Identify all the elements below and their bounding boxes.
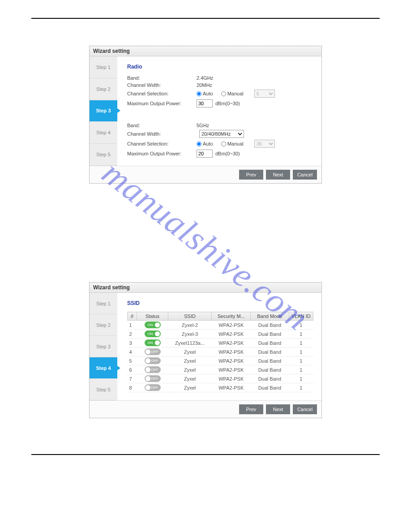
- cell-index: 8: [128, 383, 137, 392]
- radio-auto[interactable]: Auto: [197, 91, 213, 96]
- label-band: Band:: [127, 75, 197, 81]
- cell-ssid: Zyxel-3: [168, 330, 212, 339]
- cell-bandmode: Dual Band: [251, 339, 289, 348]
- cell-vlan: 1: [289, 365, 313, 374]
- prev-button-ssid[interactable]: Prev: [239, 404, 263, 414]
- cancel-button[interactable]: Cancel: [293, 170, 317, 180]
- cell-status: ON: [137, 330, 168, 339]
- table-header: Band Mode: [251, 312, 289, 321]
- section-heading-ssid: SSID: [127, 300, 313, 306]
- table-row[interactable]: 2ONZyxel-3WPA2-PSKDual Band1: [128, 330, 313, 339]
- panel-title-ssid: Wizard setting: [90, 283, 321, 293]
- cell-ssid: Zyxel: [168, 365, 212, 374]
- table-row[interactable]: 8OFFZyxelWPA2-PSKDual Band1: [128, 383, 313, 392]
- wizard-panel-ssid: Wizard setting Step 1Step 2Step 3Step 4S…: [89, 282, 322, 418]
- label-max-output-power-5g: Maximum Output Power:: [127, 151, 197, 156]
- max-output-power-input[interactable]: [197, 99, 213, 107]
- wizard-step[interactable]: Step 2: [90, 314, 117, 336]
- wizard-step[interactable]: Step 5: [90, 379, 117, 400]
- cell-security: WPA2-PSK: [212, 348, 251, 356]
- cell-bandmode: Dual Band: [251, 348, 289, 356]
- radio-manual-5g-label: Manual: [227, 141, 244, 146]
- table-row[interactable]: 1ONZyxel-2WPA2-PSKDual Band1: [128, 321, 313, 330]
- cell-bandmode: Dual Band: [251, 374, 289, 383]
- next-button-ssid[interactable]: Next: [266, 404, 290, 414]
- radio-auto-5g-input[interactable]: [197, 142, 201, 146]
- cell-bandmode: Dual Band: [251, 383, 289, 392]
- cell-ssid: Zyxel-2: [168, 321, 212, 330]
- cell-vlan: 1: [289, 356, 313, 365]
- max-output-power-5g-input[interactable]: [197, 150, 213, 158]
- table-row[interactable]: 7OFFZyxelWPA2-PSKDual Band1: [128, 374, 313, 383]
- table-row[interactable]: 6OFFZyxelWPA2-PSKDual Band1: [128, 365, 313, 374]
- power-unit-5g: dBm(0~30): [215, 151, 240, 156]
- power-unit: dBm(0~30): [215, 101, 240, 106]
- wizard-step[interactable]: Step 5: [90, 144, 117, 166]
- radio-manual-5g[interactable]: Manual: [221, 141, 244, 146]
- table-row[interactable]: 4OFFZyxelWPA2-PSKDual Band1: [128, 348, 313, 356]
- wizard-step[interactable]: Step 3: [90, 336, 117, 357]
- status-toggle[interactable]: OFF: [145, 357, 161, 364]
- cell-security: WPA2-PSK: [212, 330, 251, 339]
- cell-security: WPA2-PSK: [212, 365, 251, 374]
- cell-ssid: Zyxel1123a...: [168, 339, 212, 348]
- wizard-step[interactable]: Step 3: [90, 100, 117, 122]
- table-row[interactable]: 3ONZyxel1123a...WPA2-PSKDual Band1: [128, 339, 313, 348]
- label-channel-selection: Channel Selection:: [127, 91, 197, 96]
- wizard-step[interactable]: Step 1: [90, 56, 117, 78]
- wizard-step[interactable]: Step 4: [90, 122, 117, 144]
- cell-vlan: 1: [289, 330, 313, 339]
- value-band: 2.4GHz: [197, 75, 213, 81]
- table-header: SSID: [168, 312, 212, 321]
- cell-security: WPA2-PSK: [212, 339, 251, 348]
- cell-index: 5: [128, 356, 137, 365]
- cell-ssid: Zyxel: [168, 356, 212, 365]
- status-toggle[interactable]: OFF: [145, 366, 161, 373]
- wizard-panel-radio: Wizard setting Step 1Step 2Step 3Step 4S…: [89, 46, 322, 184]
- status-toggle[interactable]: OFF: [145, 375, 161, 382]
- prev-button[interactable]: Prev: [239, 170, 263, 180]
- wizard-steps: Step 1Step 2Step 3Step 4Step 5: [90, 56, 117, 166]
- label-band-5g: Band:: [127, 123, 197, 128]
- cell-status: OFF: [137, 374, 168, 383]
- cell-vlan: 1: [289, 374, 313, 383]
- table-header: #: [128, 312, 137, 321]
- label-channel-width: Channel Width:: [127, 82, 197, 88]
- page-bottom-divider: [31, 454, 380, 455]
- cell-bandmode: Dual Band: [251, 330, 289, 339]
- cell-vlan: 1: [289, 348, 313, 356]
- channel-width-select[interactable]: 20/40/80MHz: [199, 130, 244, 138]
- radio-manual-5g-input[interactable]: [221, 142, 226, 146]
- wizard-step[interactable]: Step 1: [90, 293, 117, 314]
- table-header: VLAN ID: [289, 312, 313, 321]
- radio-auto-input[interactable]: [197, 91, 201, 96]
- value-channel-width: 20MHz: [197, 82, 212, 88]
- cell-bandmode: Dual Band: [251, 356, 289, 365]
- cell-security: WPA2-PSK: [212, 321, 251, 330]
- cell-status: OFF: [137, 348, 168, 356]
- next-button[interactable]: Next: [266, 170, 290, 180]
- radio-auto-5g[interactable]: Auto: [197, 141, 213, 146]
- cell-bandmode: Dual Band: [251, 321, 289, 330]
- cell-security: WPA2-PSK: [212, 374, 251, 383]
- cell-index: 3: [128, 339, 137, 348]
- wizard-step[interactable]: Step 2: [90, 78, 117, 100]
- status-toggle[interactable]: ON: [145, 330, 161, 337]
- cancel-button-ssid[interactable]: Cancel: [293, 404, 317, 414]
- cell-vlan: 1: [289, 383, 313, 392]
- cell-status: ON: [137, 321, 168, 330]
- wizard-step[interactable]: Step 4: [90, 357, 117, 379]
- status-toggle[interactable]: ON: [145, 322, 161, 328]
- label-max-output-power: Maximum Output Power:: [127, 101, 197, 106]
- table-row[interactable]: 5OFFZyxelWPA2-PSKDual Band1: [128, 356, 313, 365]
- status-toggle[interactable]: ON: [145, 339, 161, 346]
- cell-ssid: Zyxel: [168, 348, 212, 356]
- radio-manual[interactable]: Manual: [221, 91, 244, 96]
- cell-status: OFF: [137, 365, 168, 374]
- ssid-table: #StatusSSIDSecurity M...Band ModeVLAN ID…: [127, 312, 313, 392]
- page-top-divider: [31, 18, 380, 19]
- status-toggle[interactable]: OFF: [145, 348, 161, 355]
- radio-manual-input[interactable]: [221, 91, 226, 96]
- status-toggle[interactable]: OFF: [145, 384, 161, 391]
- cell-vlan: 1: [289, 321, 313, 330]
